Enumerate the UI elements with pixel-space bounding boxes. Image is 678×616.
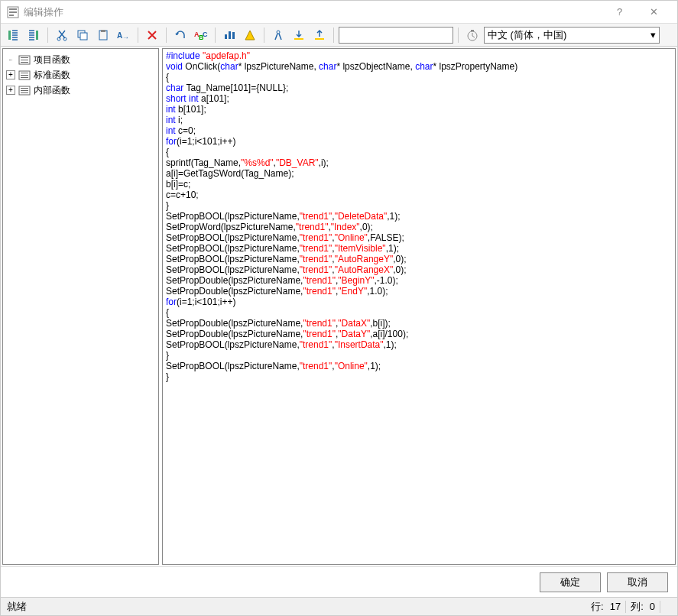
tree-expand-icon xyxy=(6,55,15,64)
line-value: 17 xyxy=(607,601,624,612)
toolbar: A→ ABC 中文 (简体，中国) ▾ xyxy=(1,24,677,47)
svg-rect-28 xyxy=(21,88,28,89)
code-editor[interactable]: #include "apdefap.h"void OnClick(char* l… xyxy=(162,48,676,565)
svg-rect-3 xyxy=(9,15,14,16)
separator xyxy=(138,28,138,43)
code-line: SetPropBOOL(lpszPictureName,"trend1","It… xyxy=(166,243,672,254)
svg-rect-26 xyxy=(21,77,28,78)
statusbar: 就绪 行: 17 列: 0 xyxy=(1,597,677,615)
cancel-button[interactable]: 取消 xyxy=(607,572,668,592)
close-button[interactable]: ✕ xyxy=(637,2,671,23)
separator xyxy=(215,28,216,43)
code-line: int b[101]; xyxy=(166,104,672,115)
svg-point-15 xyxy=(277,31,280,34)
code-line: int c=0; xyxy=(166,125,672,136)
language-select[interactable]: 中文 (简体，中国) ▾ xyxy=(484,27,660,44)
code-line: for(i=1;i<101;i++) xyxy=(166,136,672,147)
col-label: 列: xyxy=(628,600,647,614)
tag-dialog-icon[interactable]: A→ xyxy=(115,26,133,44)
tree-item[interactable]: 项目函数 xyxy=(5,52,157,67)
ok-button[interactable]: 确定 xyxy=(540,572,601,592)
copy-icon[interactable] xyxy=(73,26,92,44)
code-line: SetPropBOOL(lpszPictureName,"trend1","De… xyxy=(166,211,672,222)
paste-icon[interactable] xyxy=(94,26,112,44)
code-line: SetPropBOOL(lpszPictureName,"trend1","Au… xyxy=(166,264,672,275)
code-line: { xyxy=(166,72,672,83)
delete-icon[interactable] xyxy=(143,26,161,44)
svg-rect-22 xyxy=(21,62,28,63)
undo-icon[interactable] xyxy=(171,26,190,44)
compile-icon[interactable] xyxy=(220,26,238,44)
import-icon[interactable] xyxy=(290,26,308,44)
separator xyxy=(625,601,626,613)
compass-icon[interactable] xyxy=(269,26,287,44)
code-line: short int a[101]; xyxy=(166,93,672,104)
dropdown-arrow-icon: ▾ xyxy=(650,29,656,41)
function-tree[interactable]: 项目函数+标准函数+内部函数 xyxy=(2,48,159,565)
separator xyxy=(333,28,334,43)
separator xyxy=(47,28,48,43)
code-line: SetPropDouble(lpszPictureName,"trend1","… xyxy=(166,329,672,339)
svg-rect-20 xyxy=(21,57,28,58)
cut-icon[interactable] xyxy=(53,26,71,44)
titlebar: 编辑操作 ? ✕ xyxy=(1,1,677,24)
indent-left-icon[interactable] xyxy=(4,26,22,44)
folder-icon xyxy=(18,85,31,96)
tree-item-label: 标准函数 xyxy=(34,69,70,82)
svg-rect-30 xyxy=(21,92,28,93)
svg-rect-29 xyxy=(21,90,28,91)
folder-icon xyxy=(18,54,31,65)
window-title: 编辑操作 xyxy=(24,5,602,19)
code-line: { xyxy=(166,307,672,318)
app-icon xyxy=(7,6,19,18)
svg-rect-17 xyxy=(315,38,324,40)
code-line: SetPropDouble(lpszPictureName,"trend1","… xyxy=(166,275,672,286)
separator xyxy=(166,28,167,43)
main-area: 项目函数+标准函数+内部函数 #include "apdefap.h"void … xyxy=(1,47,677,566)
code-line: } xyxy=(166,371,672,382)
tree-item[interactable]: +标准函数 xyxy=(5,67,157,83)
svg-rect-7 xyxy=(80,33,87,40)
button-bar: 确定 取消 xyxy=(1,566,677,597)
code-line: b[i]=c; xyxy=(166,179,672,190)
build-icon[interactable] xyxy=(241,26,259,44)
code-line: c=c+10; xyxy=(166,190,672,200)
help-button[interactable]: ? xyxy=(602,2,637,23)
code-line: for(i=1;i<101;i++) xyxy=(166,297,672,307)
svg-rect-25 xyxy=(21,75,28,76)
language-label: 中文 (简体，中国) xyxy=(488,28,566,42)
svg-text:→: → xyxy=(122,34,129,41)
syntax-color-icon[interactable]: ABC xyxy=(192,26,210,44)
code-line: SetPropBOOL(lpszPictureName,"trend1","On… xyxy=(166,361,672,371)
folder-icon xyxy=(18,70,31,80)
code-line: sprintf(Tag_Name,"%s%d","DB_VAR",i); xyxy=(166,157,672,168)
code-line: SetPropDouble(lpszPictureName,"trend1","… xyxy=(166,318,672,329)
code-line: char Tag_Name[101]={NULL}; xyxy=(166,83,672,93)
svg-rect-9 xyxy=(101,30,105,32)
svg-rect-2 xyxy=(9,11,17,13)
tree-expand-icon[interactable]: + xyxy=(6,86,15,95)
export-icon[interactable] xyxy=(310,26,329,44)
tree-expand-icon[interactable]: + xyxy=(6,70,15,79)
status-ready: 就绪 xyxy=(7,600,588,614)
clock-icon[interactable] xyxy=(463,26,482,44)
toolbar-input[interactable] xyxy=(339,27,453,44)
tree-item-label: 内部函数 xyxy=(34,84,70,97)
line-label: 行: xyxy=(588,600,607,614)
code-line: SetPropWord(lpszPictureName,"trend1","In… xyxy=(166,222,672,232)
code-line: void OnClick(char* lpszPictureName, char… xyxy=(166,61,672,72)
indent-right-icon[interactable] xyxy=(24,26,43,44)
separator xyxy=(264,28,264,43)
tree-item[interactable]: +内部函数 xyxy=(5,83,157,98)
code-line: #include "apdefap.h" xyxy=(166,50,672,61)
svg-rect-21 xyxy=(21,60,28,60)
svg-text:C: C xyxy=(203,31,208,38)
code-line: SetPropBOOL(lpszPictureName,"trend1","In… xyxy=(166,339,672,350)
code-line: SetPropBOOL(lpszPictureName,"trend1","Au… xyxy=(166,254,672,264)
code-line: int i; xyxy=(166,115,672,125)
separator xyxy=(660,601,660,613)
code-line: SetPropDouble(lpszPictureName,"trend1","… xyxy=(166,286,672,297)
code-line: a[i]=GetTagSWord(Tag_Name); xyxy=(166,168,672,179)
code-line: } xyxy=(166,200,672,211)
svg-rect-24 xyxy=(21,73,28,73)
